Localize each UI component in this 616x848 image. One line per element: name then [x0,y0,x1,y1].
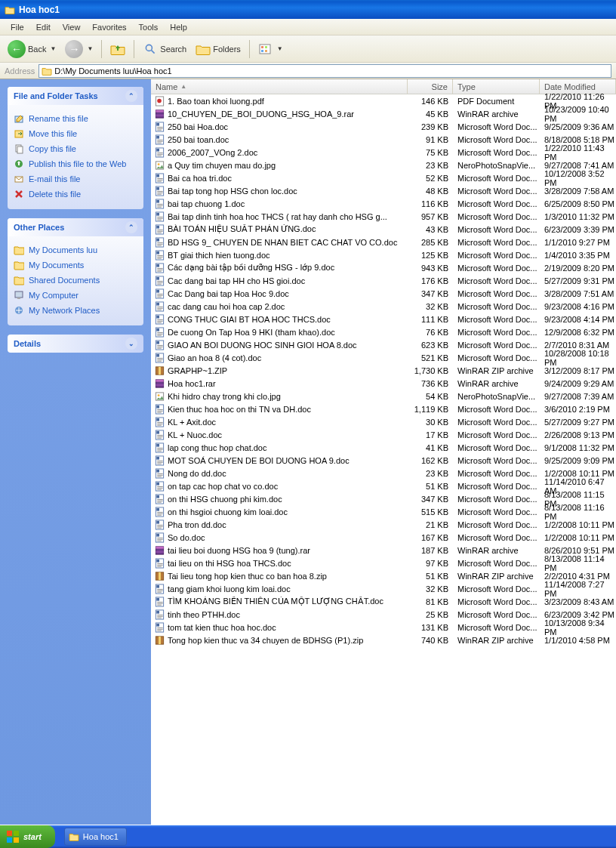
window-title: Hoa hoc1 [19,5,60,15]
file-size: 21 KB [408,520,453,529]
file-row[interactable]: Hoa hoc1.rar736 KBWinRAR archive9/24/200… [151,377,616,390]
sidebar-task-item[interactable]: Delete this file [14,187,137,202]
folders-button[interactable]: Folders [192,42,244,57]
file-row[interactable]: Bai tap dinh tinh hoa hoc THCS ( rat hay… [151,210,616,223]
file-row[interactable]: 10_CHUYEN_DE_BOI_DUONG_HSG_HOA_9.rar45 K… [151,107,616,120]
file-date: 1/2/2008 10:11 PM [540,520,616,529]
file-row[interactable]: lap cong thuc hop chat.doc41 KBMicrosoft… [151,441,616,454]
forward-icon: → [65,40,83,58]
file-name: cac dang cau hoi hoa cap 2.doc [168,302,408,311]
file-size: 736 KB [408,379,453,388]
file-size: 347 KB [408,289,453,298]
menu-help[interactable]: Help [164,21,193,33]
file-type: WinRAR archive [453,379,540,388]
sidebar-task-item[interactable]: My Computer [14,288,137,303]
sidebar-task-item[interactable]: E-mail this file [14,171,137,187]
file-row[interactable]: tai lieu on thi HSG hoa THCS.doc97 KBMic… [151,557,616,569]
col-size[interactable]: Size [408,79,453,94]
file-type: Microsoft Word Doc... [453,315,540,324]
computer-icon [14,290,24,301]
sidebar-task-item[interactable]: Publish this file to the Web [14,156,137,171]
file-row[interactable]: 250 bai Hoa.doc239 KBMicrosoft Word Doc.… [151,120,616,133]
views-button[interactable]: ▼ [255,42,286,57]
file-date: 9/1/2008 11:32 PM [540,443,616,452]
file-type: Microsoft Word Doc... [453,122,540,131]
forward-button[interactable]: → ▼ [62,39,96,60]
sidebar-task-item[interactable]: Copy this file [14,141,137,156]
file-row[interactable]: Các dạng bài tập bồi dưỡng HSG - lớp 9.d… [151,261,616,274]
file-row[interactable]: So do.doc167 KBMicrosoft Word Doc...1/2/… [151,531,616,544]
taskbar[interactable]: start Hoa hoc1 [0,825,616,848]
file-row[interactable]: TÌM KHOẢNG BIẾN THIÊN CỦA MỘT LƯỢNG CHẤT… [151,595,616,608]
file-type: Microsoft Word Doc... [453,610,540,619]
address-input[interactable]: D:\My Documents luu\Hoa hoc1 [38,64,611,78]
svg-rect-179 [156,559,159,562]
file-name: tai lieu boi duong HSG hoa 9 (tung).rar [168,546,408,555]
folders-icon [196,43,211,55]
file-name: Tai lieu tong hop kien thuc co ban hoa 8… [168,572,408,581]
file-row[interactable]: KL + Nuoc.doc17 KBMicrosoft Word Doc...2… [151,428,616,441]
file-row[interactable]: BD HSG 9_ CHUYEN DE NHAN BIET CAC CHAT V… [151,236,616,248]
file-row[interactable]: 2006_2007_VOng 2.doc75 KBMicrosoft Word … [151,146,616,159]
file-row[interactable]: bai tap chuong 1.doc116 KBMicrosoft Word… [151,197,616,210]
file-name: 10_CHUYEN_DE_BOI_DUONG_HSG_HOA_9.rar [168,109,408,119]
file-row[interactable]: Pha tron dd.doc21 KBMicrosoft Word Doc..… [151,518,616,531]
sidebar-task-item[interactable]: Rename this file [14,111,137,126]
menu-favorites[interactable]: Favorites [86,21,132,33]
file-type: Microsoft Word Doc... [453,251,540,260]
file-row[interactable]: Giao an hoa 8 (4 cot).doc521 KBMicrosoft… [151,351,616,364]
col-name[interactable]: Name▲ [151,79,408,94]
file-row[interactable]: KL + Axit.doc30 KBMicrosoft Word Doc...5… [151,415,616,428]
file-row[interactable]: Tong hop kien thuc va 34 chuyen de BDHSG… [151,634,616,646]
file-row[interactable]: Khi hidro chay trong khi clo.jpg54 KBNer… [151,390,616,402]
start-button[interactable]: start [0,825,55,848]
menu-tools[interactable]: Tools [133,21,165,33]
file-name: on thi HSG chuong phi kim.doc [168,495,408,504]
file-row[interactable]: Cac dang bai tap HH cho HS gioi.doc176 K… [151,274,616,287]
doc-file-icon [154,237,165,248]
up-button[interactable] [107,42,128,57]
menu-view[interactable]: View [57,21,87,33]
file-name: Kien thuc hoa hoc on thi TN va DH.doc [168,405,408,414]
doc-file-icon [154,494,165,504]
col-type[interactable]: Type [453,79,540,94]
chevron-down-icon[interactable]: ⌄ [125,338,137,350]
file-row[interactable]: on thi hsgioi chuong kim loai.doc515 KBM… [151,505,616,518]
sidebar-task-item[interactable]: My Network Places [14,303,137,318]
file-row[interactable]: tom tat kien thuc hoa hoc.doc131 KBMicro… [151,621,616,634]
back-button[interactable]: ← Back ▼ [5,39,59,60]
chevron-up-icon[interactable]: ⌃ [125,221,137,233]
file-row[interactable]: cac dang cau hoi hoa cap 2.doc32 KBMicro… [151,300,616,313]
sidebar-task-item[interactable]: Move this file [14,126,137,141]
search-button[interactable]: Search [140,42,189,57]
title-bar[interactable]: Hoa hoc1 [0,0,616,19]
move-icon [14,128,24,139]
sidebar-task-item[interactable]: My Documents [14,257,137,273]
chevron-down-icon[interactable]: ▼ [87,45,93,52]
menu-file[interactable]: File [5,21,30,33]
panel-header[interactable]: File and Folder Tasks ⌃ [8,87,143,105]
chevron-down-icon[interactable]: ▼ [277,45,283,52]
file-row[interactable]: tang giam khoi luong kim loai.doc32 KBMi… [151,582,616,595]
file-row[interactable]: Cac Dang bai tap Hoa Hoc 9.doc347 KBMicr… [151,287,616,300]
taskbar-item[interactable]: Hoa hoc1 [64,828,127,846]
file-row[interactable]: De cuong On Tap Hoa 9 HKI (tham khao).do… [151,325,616,338]
sidebar-task-item[interactable]: My Documents luu [14,242,137,257]
doc-file-icon [154,507,165,517]
sidebar-task-item[interactable]: Shared Documents [14,273,137,288]
file-row[interactable]: Bai tap tong hop HSG chon loc.doc48 KBMi… [151,184,616,197]
file-row[interactable]: GRAPHP~1.ZIP1,730 KBWinRAR ZIP archive3/… [151,364,616,377]
file-row[interactable]: MOT SOÁ CHUYEN DE BOI DUONG HOA 9.doc162… [151,454,616,467]
file-type: Microsoft Word Doc... [453,482,540,491]
doc-file-icon [154,134,165,145]
file-row[interactable]: CONG THUC GIAI BT HOA HOC THCS.doc111 KB… [151,313,616,325]
file-row[interactable]: BT giai thich hien tuong.doc125 KBMicros… [151,248,616,261]
file-row[interactable]: Kien thuc hoa hoc on thi TN va DH.doc1,1… [151,402,616,415]
file-row[interactable]: Bai ca hoa tri.doc52 KBMicrosoft Word Do… [151,171,616,184]
file-row[interactable]: BÀI TOÁN HIỆU SUẤT PHẢN ỨNG.doc43 KBMicr… [151,223,616,236]
panel-header[interactable]: Other Places ⌃ [8,218,143,236]
chevron-down-icon[interactable]: ▼ [50,45,56,52]
panel-header[interactable]: Details ⌄ [8,335,143,353]
chevron-up-icon[interactable]: ⌃ [125,90,137,102]
menu-edit[interactable]: Edit [30,21,57,33]
